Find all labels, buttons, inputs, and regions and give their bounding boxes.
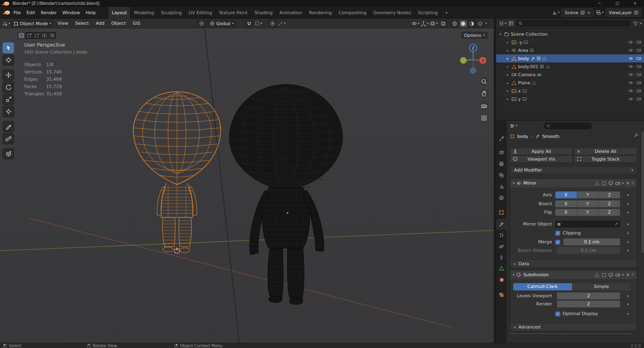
tab-physics[interactable] [498,243,505,250]
tab-sculpting[interactable]: Sculpting [158,7,185,19]
outliner-row-body-001[interactable]: ▸ body.001 [496,62,644,71]
menu-add[interactable]: Add [93,19,107,28]
bisect-y-button[interactable]: Y [577,200,599,207]
disable-render-icon[interactable] [636,40,641,44]
tool-rotate-button[interactable] [2,82,14,93]
select-mode-invert-button[interactable] [41,32,48,39]
tab-rendering[interactable]: Rendering [306,7,335,19]
mirror-panel-header[interactable]: ▾ Mirror ▾ × ⠿ [510,179,637,187]
edit-mode-display-icon[interactable] [601,273,606,277]
disclosure-icon[interactable]: ▸ [505,57,510,60]
animate-dot[interactable] [627,223,629,225]
hide-viewport-icon[interactable] [628,81,633,85]
select-mode-new-button[interactable] [18,32,25,39]
tab-geometry-nodes[interactable]: Geometry Nodes [370,7,415,19]
properties-scrollbar[interactable] [642,131,644,253]
scene-selector[interactable]: Scene × [561,9,594,17]
tab-scene[interactable] [498,183,505,190]
bisect-z-button[interactable]: Z [599,200,620,207]
disclosure-icon[interactable]: ▸ [505,97,510,101]
character-selected[interactable] [133,92,221,253]
mirror-axis-x-button[interactable]: X [555,191,577,198]
viewport-options-button[interactable]: Options ▾ [461,32,488,39]
tab-object-data[interactable] [498,265,505,272]
hide-viewport-icon[interactable] [628,56,633,60]
catmull-clark-button[interactable]: Catmull-Clark [513,283,572,290]
copy-icon[interactable] [580,11,585,15]
tool-annotate-button[interactable] [2,121,14,132]
close-button[interactable]: × [626,0,644,7]
animate-dot[interactable] [627,194,629,196]
tab-view-layer[interactable] [498,172,505,179]
select-mode-extend-button[interactable] [26,32,33,39]
animate-dot[interactable] [627,232,629,234]
properties-search[interactable] [544,122,592,129]
menu-render[interactable]: Render [38,7,60,19]
disclosure-icon[interactable]: ▸ [505,81,510,85]
disclosure-icon[interactable]: ▸ [505,73,510,77]
filter-icon[interactable] [633,21,638,26]
mode-dropdown[interactable]: Object Mode ▾ [11,20,53,28]
toggle-stack-button[interactable]: Toggle Stack [574,155,637,163]
properties-editor-button[interactable]: ▾ [510,123,517,129]
shading-wireframe-button[interactable] [451,20,458,27]
flip-y-button[interactable]: Y [577,209,599,216]
animate-dot[interactable] [627,250,629,251]
flip-x-button[interactable]: X [555,209,577,216]
tool-measure-button[interactable] [2,133,14,144]
render-display-icon[interactable] [615,273,620,277]
hide-viewport-icon[interactable] [628,73,633,77]
collapse-icon[interactable]: ▾ [513,273,514,277]
disable-render-icon[interactable] [636,81,641,85]
tab-uv-editing[interactable]: UV Editing [186,7,215,19]
menu-file[interactable]: File [11,7,23,19]
object-visibility-button[interactable]: ▾ [412,21,420,26]
breadcrumb-object[interactable]: body [517,134,528,139]
bisect-x-button[interactable]: X [555,200,577,207]
browse-viewlayer-button[interactable]: ▾ [596,10,603,15]
minimize-button[interactable]: ─ [591,0,608,7]
tab-scripting[interactable]: Scripting [415,7,441,19]
add-modifier-dropdown[interactable]: Add Modifier ▾ [510,166,637,174]
tab-world[interactable] [498,194,505,202]
animate-dot[interactable] [627,303,629,305]
animate-dot[interactable] [627,295,629,297]
outliner-row-x[interactable]: ▸ x [496,87,644,95]
gizmo-negative-z-axis[interactable] [471,68,476,73]
tab-modeling[interactable]: Modeling [130,7,158,19]
hide-viewport-icon[interactable] [628,97,633,101]
mirror-axis-y-button[interactable]: Y [577,191,599,198]
tab-constraints[interactable] [498,254,505,261]
apply-all-button[interactable]: Apply All [510,148,573,155]
animate-dot[interactable] [627,203,629,205]
menu-gis[interactable]: GIS [130,19,143,28]
extras-dropdown-icon[interactable]: ▾ [622,273,624,277]
menu-select[interactable]: Select [72,19,92,28]
advanced-subpanel-header[interactable]: ▸ Advanced [510,323,637,331]
animate-dot[interactable] [627,313,629,315]
orientation-dropdown[interactable]: Global ▾ [207,20,236,28]
select-mode-intersect-button[interactable] [49,32,56,39]
hide-viewport-icon[interactable] [628,48,633,52]
disclosure-icon[interactable]: ▾ [498,32,503,36]
tab-material[interactable] [498,276,505,284]
tool-add-primitive-button[interactable] [2,148,14,159]
navigation-gizmo[interactable]: Z X [456,43,490,77]
add-workspace-button[interactable]: + [441,7,452,19]
optimal-display-checkbox[interactable]: ✓ [555,311,560,316]
tab-texture[interactable] [498,291,505,299]
eyedropper-icon[interactable] [614,222,618,226]
bisect-distance-field[interactable]: 0.1 cm [557,247,620,254]
mirror-axis-z-button[interactable]: Z [599,191,620,198]
blender-menu-icon[interactable] [3,10,11,15]
menu-view[interactable]: View [55,19,71,28]
disable-render-icon[interactable] [636,64,641,69]
menu-object[interactable]: Object [109,19,129,28]
modifier-name[interactable]: Mirror [523,180,536,186]
merge-checkbox[interactable]: ✓ [555,240,560,245]
mirror-object-field[interactable] [555,221,620,228]
display-mode-icon[interactable] [508,21,514,26]
disable-render-icon[interactable] [636,73,641,77]
levels-viewport-field[interactable]: 2 [557,292,620,299]
on-cage-icon[interactable] [595,273,599,277]
